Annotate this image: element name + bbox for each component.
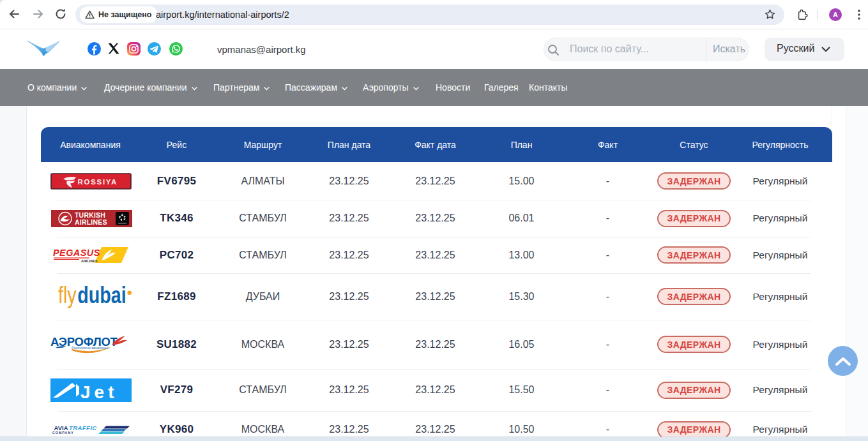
svg-text:dubai: dubai xyxy=(77,283,126,308)
svg-text:AIRLINES: AIRLINES xyxy=(75,218,107,226)
svg-text:Jet: Jet xyxy=(80,382,118,401)
svg-text:ROSSIYA: ROSSIYA xyxy=(77,177,118,185)
svg-text:PEGASUS: PEGASUS xyxy=(53,248,100,258)
svg-text:Российские авиалинии: Российские авиалинии xyxy=(72,346,109,350)
svg-text:COMPANY: COMPANY xyxy=(52,431,74,435)
svg-text:fly: fly xyxy=(58,283,77,308)
svg-text:AIRLINES: AIRLINES xyxy=(81,259,98,263)
